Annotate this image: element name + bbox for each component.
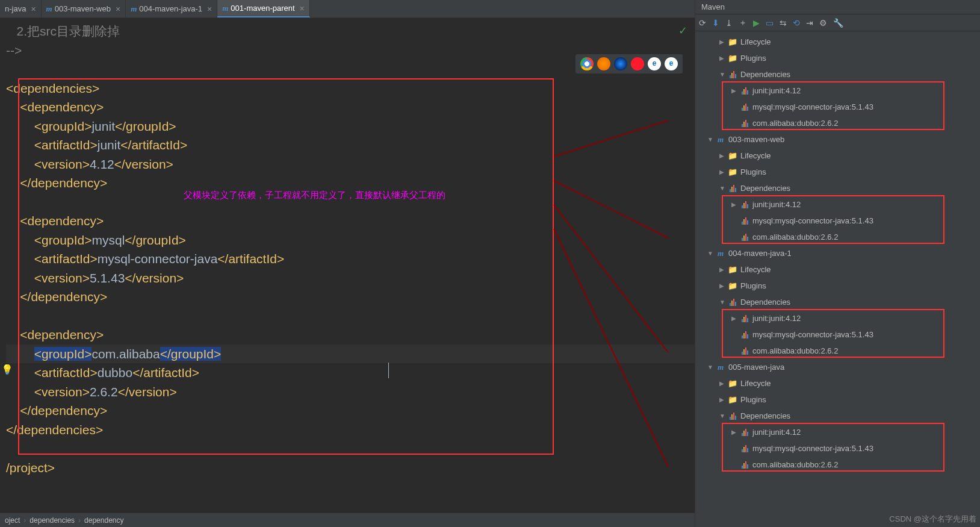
tree-lifecycle[interactable]: ▶📁Lifecycle [695,34,980,50]
close-icon[interactable]: × [207,4,212,14]
chrome-icon[interactable] [580,57,594,70]
wrench-icon[interactable]: 🔧 [833,18,843,28]
edge-icon[interactable]: e [665,57,678,70]
code-editor[interactable]: ✓ e e 💡 2.把src目录删除掉 --> <dependencies> <… [0,18,695,513]
safari-icon[interactable] [614,57,627,70]
tree-plugins[interactable]: ▶📁Plugins [695,391,980,408]
tree-lifecycle[interactable]: ▶📁Lifecycle [695,375,980,391]
execute-goal-icon[interactable]: ▭ [766,18,774,28]
tree-dependency-item[interactable]: com.alibaba:dubbo:2.6.2 [695,457,980,473]
tree-dependency-item[interactable]: ▶junit:junit:4.12 [695,424,980,440]
cycle-icon[interactable]: ⟲ [793,18,800,28]
toggle-offline-icon[interactable]: ⇆ [780,18,787,28]
tree-dependency-item[interactable]: mysql:mysql-connector-java:5.1.43 [695,99,980,115]
browser-icons-bar: e e [575,54,683,73]
collapse-icon[interactable]: ⇥ [806,18,813,28]
close-icon[interactable]: × [116,4,120,14]
tree-dependencies[interactable]: ▼Dependencies [695,180,980,196]
run-icon[interactable]: ▶ [753,18,760,28]
tree-plugins[interactable]: ▶📁Plugins [695,164,980,180]
tab-004-maven-java-1[interactable]: m004-maven-java-1× [126,0,217,17]
tree-dependencies[interactable]: ▼Dependencies [695,294,980,310]
tree-dependency-item[interactable]: com.alibaba:dubbo:2.6.2 [695,115,980,131]
close-icon[interactable]: × [300,4,305,13]
text-caret [388,363,389,378]
generate-sources-icon[interactable]: ⬇ [712,18,719,28]
breadcrumbs: oject › dependencies › dependency [0,513,695,527]
tab-003-maven-web[interactable]: m003-maven-web× [42,0,126,17]
tree-dependency-item[interactable]: mysql:mysql-connector-java:5.1.43 [695,213,980,229]
editor-tabs: n-java× m003-maven-web× m004-maven-java-… [0,0,695,18]
add-icon[interactable]: ＋ [739,17,747,28]
maven-module[interactable]: ▼m005-maven-java [695,359,980,375]
tree-plugins[interactable]: ▶📁Plugins [695,278,980,294]
maven-module[interactable]: ▼m004-maven-java-1 [695,245,980,261]
tree-dependency-item[interactable]: ▶junit:junit:4.12 [695,196,980,213]
tree-dependency-item[interactable]: mysql:mysql-connector-java:5.1.43 [695,440,980,457]
refresh-icon[interactable]: ⟳ [699,18,706,28]
intention-bulb-icon[interactable]: 💡 [1,360,13,379]
close-icon[interactable]: × [31,4,36,14]
tab-001-maven-parent[interactable]: m001-maven-parent× [217,0,310,17]
tree-dependency-item[interactable]: mysql:mysql-connector-java:5.1.43 [695,326,980,343]
crumb[interactable]: oject [5,516,20,525]
maven-icon: m [222,4,228,13]
maven-toolbar: ⟳ ⬇ ⤓ ＋ ▶ ▭ ⇆ ⟲ ⇥ ⚙ 🔧 [695,14,980,31]
inspection-ok-icon: ✓ [678,22,687,41]
code-line: 2.把src目录删除掉 [6,22,695,41]
crumb[interactable]: dependency [84,516,123,525]
ie-icon[interactable]: e [648,57,661,70]
annotation-text: 父模块定义了依赖，子工程就不用定义了，直接默认继承父工程的 [184,186,445,205]
tree-dependency-item[interactable]: ▶junit:junit:4.12 [695,310,980,326]
editor-section: n-java× m003-maven-web× m004-maven-java-… [0,0,695,527]
watermark: CSDN @这个名字先用着 [889,514,976,525]
tree-plugins[interactable]: ▶📁Plugins [695,50,980,66]
tree-dependencies[interactable]: ▼Dependencies [695,66,980,83]
maven-panel-title: Maven [695,0,980,14]
tree-dependency-item[interactable]: com.alibaba:dubbo:2.6.2 [695,343,980,359]
maven-tree[interactable]: ▶📁Lifecycle▶📁Plugins▼Dependencies▶junit:… [695,31,980,527]
show-settings-icon[interactable]: ⚙ [819,18,827,28]
opera-icon[interactable] [631,57,644,70]
tree-dependency-item[interactable]: ▶junit:junit:4.12 [695,83,980,99]
download-icon[interactable]: ⤓ [725,18,733,28]
maven-module[interactable]: ▼m003-maven-web [695,131,980,148]
maven-icon: m [46,4,52,14]
crumb[interactable]: dependencies [29,516,75,525]
maven-icon: m [131,4,137,14]
maven-panel: Maven ⟳ ⬇ ⤓ ＋ ▶ ▭ ⇆ ⟲ ⇥ ⚙ 🔧 ▶📁Lifecycle▶… [695,0,980,527]
tree-lifecycle[interactable]: ▶📁Lifecycle [695,261,980,278]
firefox-icon[interactable] [597,57,610,70]
tab-n-java[interactable]: n-java× [0,0,42,17]
tree-dependency-item[interactable]: com.alibaba:dubbo:2.6.2 [695,229,980,245]
tree-lifecycle[interactable]: ▶📁Lifecycle [695,148,980,164]
tree-dependencies[interactable]: ▼Dependencies [695,408,980,424]
